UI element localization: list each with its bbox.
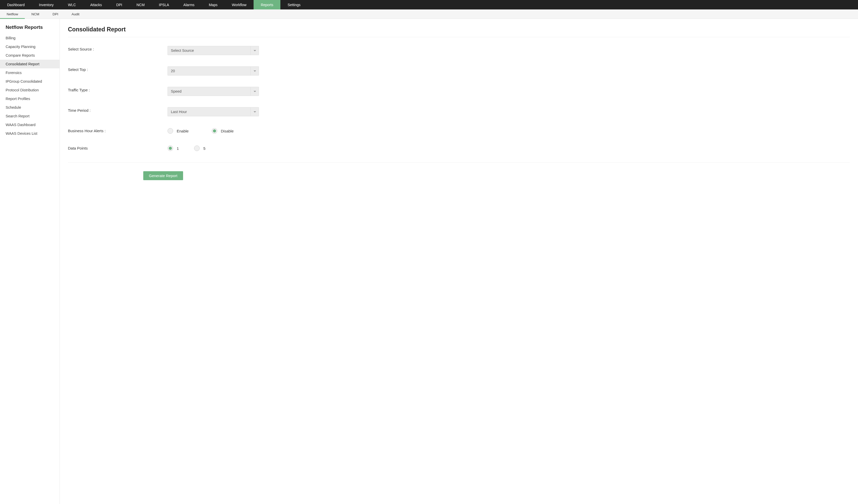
- row-data-points: Data Points 1 5: [68, 145, 850, 151]
- nav-dashboard[interactable]: Dashboard: [0, 0, 32, 10]
- dropdown-time-period-value: Last Hour: [168, 108, 251, 116]
- sidebar-item-compare-reports[interactable]: Compare Reports: [0, 51, 60, 60]
- label-time-period: Time Period :: [68, 107, 168, 113]
- sidebar: Netflow Reports Billing Capacity Plannin…: [0, 19, 60, 504]
- row-select-top: Select Top : 20: [68, 66, 850, 76]
- nav-ncm[interactable]: NCM: [129, 0, 152, 10]
- chevron-down-icon: [251, 67, 259, 75]
- sidebar-item-schedule[interactable]: Schedule: [0, 103, 60, 112]
- dropdown-select-source[interactable]: Select Source: [168, 46, 259, 55]
- top-nav: Dashboard Inventory WLC Attacks DPI NCM …: [0, 0, 858, 10]
- radio-bha-enable[interactable]: Enable: [168, 128, 189, 134]
- label-select-top: Select Top :: [68, 66, 168, 72]
- radio-icon: [168, 128, 173, 134]
- nav-workflow[interactable]: Workflow: [225, 0, 254, 10]
- sub-nav: Netflow NCM DPI Audit: [0, 10, 858, 19]
- content: Consolidated Report Select Source : Sele…: [60, 19, 858, 504]
- dropdown-traffic-type[interactable]: Speed: [168, 87, 259, 96]
- sidebar-item-report-profiles[interactable]: Report Profiles: [0, 94, 60, 103]
- radio-bha-disable-label: Disable: [221, 129, 234, 133]
- radio-datapoints-5[interactable]: 5: [194, 145, 205, 151]
- sidebar-item-protocol-distribution[interactable]: Protocol Distribution: [0, 86, 60, 94]
- nav-inventory[interactable]: Inventory: [32, 0, 61, 10]
- page-title: Consolidated Report: [68, 26, 850, 37]
- label-data-points: Data Points: [68, 145, 168, 150]
- main-layout: Netflow Reports Billing Capacity Plannin…: [0, 19, 858, 504]
- sidebar-item-ipgroup-consolidated[interactable]: IPGroup Consolidated: [0, 77, 60, 86]
- sidebar-title: Netflow Reports: [0, 25, 60, 34]
- radio-bha-disable[interactable]: Disable: [212, 128, 234, 134]
- chevron-down-icon: [251, 108, 259, 116]
- radio-group-datapoints: 1 5: [168, 145, 206, 151]
- nav-settings[interactable]: Settings: [281, 0, 308, 10]
- submit-row: Generate Report: [68, 171, 850, 180]
- dropdown-select-top[interactable]: 20: [168, 66, 259, 76]
- label-traffic-type: Traffic Type :: [68, 87, 168, 92]
- dropdown-select-top-value: 20: [168, 67, 251, 75]
- subnav-ncm[interactable]: NCM: [25, 10, 46, 19]
- radio-datapoints-5-label: 5: [203, 146, 205, 150]
- radio-icon: [194, 145, 200, 151]
- row-select-source: Select Source : Select Source: [68, 46, 850, 55]
- subnav-dpi[interactable]: DPI: [46, 10, 65, 19]
- subnav-audit[interactable]: Audit: [65, 10, 86, 19]
- sidebar-item-billing[interactable]: Billing: [0, 34, 60, 42]
- nav-attacks[interactable]: Attacks: [83, 0, 109, 10]
- dropdown-time-period[interactable]: Last Hour: [168, 107, 259, 116]
- dropdown-select-source-value: Select Source: [168, 46, 251, 55]
- chevron-down-icon: [251, 87, 259, 96]
- sidebar-item-forensics[interactable]: Forensics: [0, 68, 60, 77]
- row-time-period: Time Period : Last Hour: [68, 107, 850, 116]
- radio-group-bha: Enable Disable: [168, 128, 234, 134]
- radio-bha-enable-label: Enable: [177, 129, 189, 133]
- subnav-netflow[interactable]: Netflow: [0, 10, 25, 19]
- radio-icon: [168, 145, 173, 151]
- nav-alarms[interactable]: Alarms: [176, 0, 202, 10]
- row-business-hour-alerts: Business Hour Alerts : Enable Disable: [68, 128, 850, 134]
- sidebar-item-consolidated-report[interactable]: Consolidated Report: [0, 60, 60, 68]
- generate-report-button[interactable]: Generate Report: [143, 171, 183, 180]
- sidebar-item-waas-dashboard[interactable]: WAAS Dashboard: [0, 120, 60, 129]
- dropdown-traffic-type-value: Speed: [168, 87, 251, 96]
- row-traffic-type: Traffic Type : Speed: [68, 87, 850, 96]
- divider: [68, 162, 850, 163]
- label-select-source: Select Source :: [68, 46, 168, 51]
- label-business-hour-alerts: Business Hour Alerts :: [68, 128, 168, 133]
- sidebar-item-search-report[interactable]: Search Report: [0, 112, 60, 120]
- radio-datapoints-1-label: 1: [177, 146, 179, 150]
- sidebar-item-waas-devices-list[interactable]: WAAS Devices List: [0, 129, 60, 138]
- nav-maps[interactable]: Maps: [202, 0, 225, 10]
- radio-icon: [212, 128, 217, 134]
- sidebar-item-capacity-planning[interactable]: Capacity Planning: [0, 42, 60, 51]
- nav-reports[interactable]: Reports: [254, 0, 281, 10]
- radio-datapoints-1[interactable]: 1: [168, 145, 179, 151]
- nav-wlc[interactable]: WLC: [61, 0, 83, 10]
- nav-ipsla[interactable]: IPSLA: [152, 0, 176, 10]
- nav-dpi[interactable]: DPI: [109, 0, 129, 10]
- chevron-down-icon: [251, 46, 259, 55]
